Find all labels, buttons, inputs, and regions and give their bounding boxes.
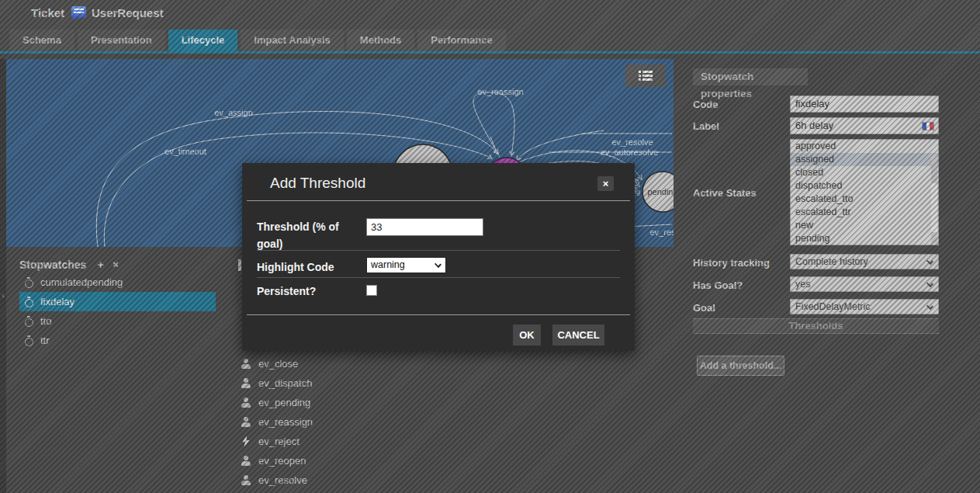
field-divider [257,250,620,251]
properties-panel-title: Stopwatch properties [693,68,808,85]
object-name-label: UserRequest [92,0,164,26]
active-state-option[interactable]: escalated_tto [791,193,938,206]
close-icon[interactable]: × [597,176,614,191]
stopwatches-title: Stopwatches [19,259,86,271]
tab-performance[interactable]: Performance [417,30,505,51]
code-label: Code [693,99,719,110]
dialog-divider [247,200,630,201]
has-goal-select[interactable]: yes [790,276,939,292]
has-goal-label: Has Goal? [693,279,743,291]
edge-label-timeout: ev_timeout [164,147,206,156]
stopwatch-properties-panel: Stopwatch properties Code fixdelay Label… [680,59,980,493]
field-divider [257,277,620,278]
user-icon [241,378,251,389]
edge-label-res-clipped: ev_res [649,227,674,237]
active-state-option[interactable]: pending [791,232,938,245]
ok-button[interactable]: OK [513,325,541,345]
listbox-scrollbar[interactable] [931,155,937,243]
lightning-icon [241,436,251,447]
entity-type-label: Ticket [31,0,64,26]
goal-select[interactable]: FixedDelayMetric [790,299,939,314]
stopwatches-list: cumulatedpending fixdelay tto ttr [19,273,216,350]
threshold-label: Threshold (% of goal) [257,219,354,252]
persistent-checkbox[interactable] [366,285,377,296]
left-splitter[interactable] [0,59,6,493]
edge-label-reassign: ev_reassign [477,87,523,96]
event-item[interactable]: ev_pending [237,393,439,412]
delete-stopwatch-icon[interactable]: × [113,259,119,270]
dialog-divider [247,314,630,315]
user-icon [241,456,251,467]
stopwatch-icon [23,316,34,327]
stopwatches-header: Stopwatches + × [19,258,119,271]
chat-bubble-icon [71,6,86,18]
active-state-option-selected[interactable]: assigned [791,153,938,166]
chevron-down-icon [435,261,442,268]
tab-impact-analysis[interactable]: Impact Analysis [241,30,344,51]
event-item[interactable]: ev_reassign [237,412,439,432]
node-label-pending: pending [647,187,674,196]
highlight-code-select[interactable]: warning [366,257,446,273]
add-stopwatch-icon[interactable]: + [97,259,104,270]
event-item[interactable]: ev_reopen [237,451,439,470]
code-input[interactable]: fixdelay [790,95,939,113]
title-bar: Ticket UserRequest [0,0,980,26]
active-tab-rule [0,51,980,54]
locale-flag-icon[interactable] [922,122,934,130]
stopwatch-icon [23,335,34,346]
history-tracking-select[interactable]: Complete history [790,254,939,269]
chevron-down-icon [926,280,933,287]
edge-label-autoresolve: ev_autoresolve [601,148,659,157]
tab-methods[interactable]: Methods [347,30,414,51]
user-icon [241,417,251,428]
user-icon [241,475,251,486]
stopwatch-item[interactable]: cumulatedpending [19,273,216,292]
clipped-panel-text [238,259,241,271]
chevron-down-icon [926,303,933,310]
scrollbar-thumb[interactable] [931,183,937,232]
active-state-option[interactable]: dispatched [791,179,938,193]
label-input[interactable]: 6h delay [790,117,939,134]
edge-label-resolve: ev_resolve [611,137,653,147]
stopwatch-icon [23,297,34,307]
event-item[interactable]: ev_reject [237,432,439,451]
active-states-listbox[interactable]: approved assigned closed dispatched esca… [790,139,939,245]
user-icon [241,398,251,408]
active-state-option[interactable]: closed [791,166,938,179]
active-state-option[interactable]: escalated_ttr [791,206,938,219]
add-threshold-dialog: Add Threshold × Threshold (% of goal) Hi… [242,163,635,351]
cancel-button[interactable]: CANCEL [552,325,604,345]
thresholds-section-header[interactable]: Thresholds [693,318,939,334]
event-item[interactable]: ev_resolve [237,470,439,490]
app-window: Ticket UserRequest Schema Presentation L… [0,0,980,493]
chevron-down-icon [926,258,933,265]
stopwatch-icon [23,277,34,288]
add-threshold-button[interactable]: Add a threshold... [697,356,784,376]
stopwatch-item[interactable]: tto [19,311,216,331]
collapse-chevron-icon[interactable] [0,289,6,301]
stopwatch-item-selected[interactable]: fixdelay [19,292,216,311]
history-tracking-label: History tracking [693,257,770,269]
list-icon [639,71,653,82]
active-state-option[interactable]: approved [791,140,938,153]
tab-lifecycle[interactable]: Lifecycle [168,30,238,51]
active-state-option[interactable]: new [791,219,938,232]
highlight-code-label: Highlight Code [257,259,354,276]
edge-label-assign: ev_assign [214,108,253,117]
event-item[interactable]: ev_dispatch [237,373,439,393]
tab-schema[interactable]: Schema [9,30,74,51]
tab-bar: Schema Presentation Lifecycle Impact Ana… [0,26,980,51]
dialog-title: Add Threshold [270,175,365,192]
layout-list-button[interactable] [625,64,666,87]
goal-label: Goal [693,302,715,314]
active-states-label: Active States [693,187,757,199]
threshold-input[interactable] [366,218,483,236]
events-list: ev_close ev_dispatch ev_pending ev_reass… [237,354,439,490]
label-label: Label [693,120,719,132]
persistent-label: Persistent? [257,283,354,300]
tab-presentation[interactable]: Presentation [78,30,165,51]
stopwatch-item[interactable]: ttr [19,331,216,350]
user-icon [241,359,251,370]
event-item[interactable]: ev_close [237,354,439,373]
